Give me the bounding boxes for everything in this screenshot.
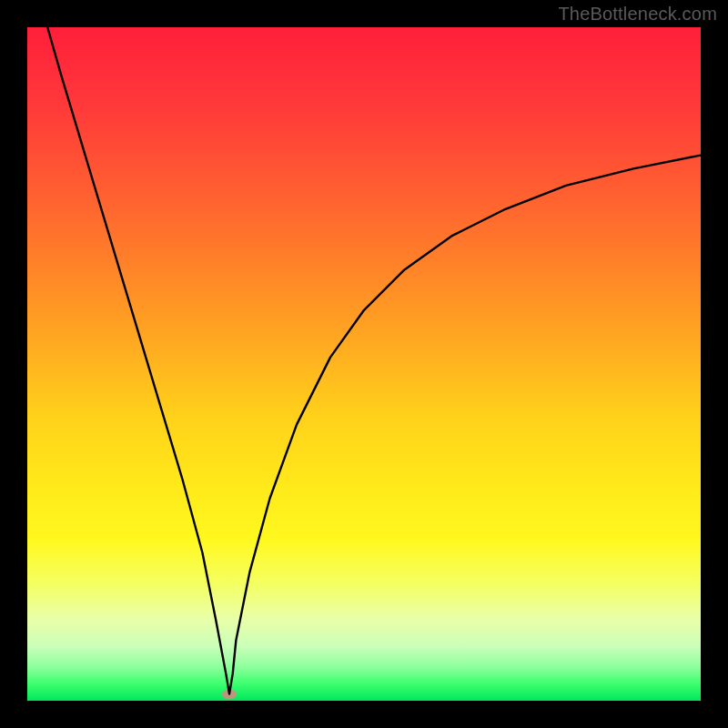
chart-frame: TheBottleneck.com (0, 0, 728, 728)
plot-area (27, 27, 701, 701)
watermark-text: TheBottleneck.com (558, 4, 717, 25)
bottleneck-curve (27, 27, 701, 701)
